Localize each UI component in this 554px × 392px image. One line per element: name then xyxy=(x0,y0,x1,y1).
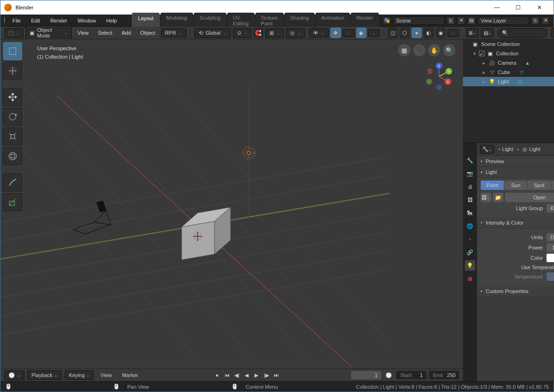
workspace-shading[interactable]: Shading xyxy=(285,13,315,29)
prop-tab-render[interactable]: 📷 xyxy=(465,168,475,179)
color-field[interactable] xyxy=(546,254,554,262)
properties-editor-type[interactable]: 🔧⌄ xyxy=(480,145,494,154)
scene-browse-icon[interactable]: 🎭 xyxy=(383,16,391,25)
menu-render[interactable]: Render xyxy=(46,16,72,25)
app-menu-icon[interactable] xyxy=(4,16,5,25)
play-button[interactable]: ▶ xyxy=(252,370,261,380)
axis-gizmo[interactable]: X Y Z xyxy=(425,63,453,90)
outliner-filter[interactable]: ▽⌄ xyxy=(551,28,554,38)
next-key-button[interactable]: |▶ xyxy=(262,370,271,380)
prop-tab-world[interactable]: 🌐 xyxy=(465,221,475,231)
outliner-collection[interactable]: ▾ ✓ ▣ Collection 👁 xyxy=(463,49,554,58)
outliner-item-light[interactable]: ▸ 💡 Light ◎ 👁 xyxy=(463,77,554,86)
light-type-area[interactable]: Area xyxy=(551,181,554,190)
viewport-menu-select[interactable]: Select xyxy=(94,29,116,37)
shading-solid[interactable]: ● xyxy=(412,28,422,38)
playback-dropdown[interactable]: Playback⌄ xyxy=(27,370,62,380)
start-frame-field[interactable]: Start:1 xyxy=(396,371,426,379)
tool-select-box[interactable] xyxy=(3,42,22,60)
workspace-layout[interactable]: Layout xyxy=(132,13,160,29)
outliner-scene-collection[interactable]: ▣ Scene Collection xyxy=(463,39,554,49)
prop-tab-data[interactable]: 💡 xyxy=(465,260,475,271)
outliner-item-camera[interactable]: ▸ 🎥 Camera ▲ 👁 xyxy=(463,58,554,68)
disclosure-icon[interactable]: ▾ xyxy=(472,51,477,57)
tool-scale[interactable] xyxy=(3,128,22,145)
viewport-menu-view[interactable]: View xyxy=(74,29,92,37)
menu-file[interactable]: File xyxy=(8,16,25,25)
prop-tab-output[interactable]: 🖨 xyxy=(465,181,475,192)
ies-browse-dropdown[interactable]: 🖼⌄ xyxy=(481,193,491,202)
layer-browse-icon[interactable]: ▤ xyxy=(467,16,476,25)
jump-end-button[interactable]: ⏭ xyxy=(271,370,281,380)
tool-transform[interactable] xyxy=(3,147,22,165)
pivot-dropdown[interactable]: ⊙⌄ xyxy=(233,28,252,38)
outliner-item-cube[interactable]: ▸ ▽ Cube ▽ 👁 xyxy=(463,68,554,77)
camera-view-icon[interactable]: ▦ xyxy=(398,44,410,56)
folder-icon[interactable]: 📁 xyxy=(493,193,503,202)
light-type-point[interactable]: Point xyxy=(481,181,504,190)
prev-key-button[interactable]: ◀| xyxy=(232,370,241,380)
prop-tab-viewlayer[interactable]: 🖼 xyxy=(465,195,475,205)
temperature-field[interactable]: 6500 xyxy=(546,272,554,281)
disclosure-icon[interactable]: ▸ xyxy=(482,60,486,66)
panel-preview-header[interactable]: ▸Preview⋮⋮ xyxy=(477,156,554,167)
layer-delete-button[interactable]: ✕ xyxy=(541,16,550,25)
proportional-dropdown[interactable]: ◎⌄ xyxy=(286,28,305,38)
maximize-button[interactable]: ☐ xyxy=(508,0,529,15)
light-type-spot[interactable]: Spot xyxy=(528,181,551,190)
timeline-menu-view[interactable]: View xyxy=(97,371,115,379)
power-field[interactable]: 1000W xyxy=(546,243,554,252)
editor-type-dropdown[interactable]: ⬚⌄ xyxy=(4,28,23,38)
viewport-menu-object[interactable]: Object xyxy=(137,29,159,37)
menu-edit[interactable]: Edit xyxy=(26,16,45,25)
tool-move[interactable] xyxy=(3,88,22,106)
prop-tab-tool[interactable]: 🔧 xyxy=(465,155,475,166)
shading-rendered[interactable]: ◉ xyxy=(436,28,446,38)
tool-rotate[interactable] xyxy=(3,108,22,126)
outliner-display-mode[interactable]: ▤⌄ xyxy=(481,28,494,38)
overlays-options[interactable]: ⌄ xyxy=(368,29,380,37)
checkbox-icon[interactable]: ✓ xyxy=(479,51,485,56)
view-layer-field[interactable]: View Layer xyxy=(477,16,529,25)
workspace-rendering[interactable]: Render xyxy=(351,13,379,29)
menu-help[interactable]: Help xyxy=(101,16,122,25)
orientation-dropdown[interactable]: ⟲ Global⌄ xyxy=(194,28,231,38)
timeline-menu-marker[interactable]: Marker xyxy=(118,371,142,379)
gizmo-toggle[interactable]: ✥ xyxy=(331,28,341,38)
outliner-search[interactable]: 🔍 xyxy=(498,28,547,38)
tool-annotate[interactable] xyxy=(3,173,22,191)
timeline-editor-type[interactable]: 🕐⌄ xyxy=(4,370,24,380)
jump-start-button[interactable]: ⏮ xyxy=(222,370,231,380)
mode-dropdown[interactable]: ▣ Object Mode⌄ xyxy=(25,25,72,40)
disclosure-icon[interactable]: ▸ xyxy=(482,69,486,75)
panel-light-header[interactable]: ▾Light xyxy=(477,167,554,178)
viewport-menu-add[interactable]: Add xyxy=(118,29,135,37)
overlays-toggle[interactable]: ◉ xyxy=(356,28,367,38)
end-frame-field[interactable]: End:250 xyxy=(429,371,459,379)
breadcrumb-object[interactable]: ▫Light xyxy=(498,146,513,152)
current-frame-field[interactable]: 1 xyxy=(351,371,381,379)
scene-delete-button[interactable]: ✕ xyxy=(457,16,465,25)
camera-perspective-icon[interactable]: 🎥 xyxy=(413,44,425,56)
pan-view-icon[interactable]: ✋ xyxy=(428,44,440,56)
workspace-sculpting[interactable]: Sculpting xyxy=(194,13,226,29)
tool-cursor[interactable] xyxy=(3,62,22,80)
shading-wireframe[interactable]: ⬡ xyxy=(400,28,410,38)
light-type-sun[interactable]: Sun xyxy=(504,181,527,190)
autokey-toggle[interactable]: ● xyxy=(212,370,222,380)
gizmo-options[interactable]: ⌄ xyxy=(343,29,354,37)
close-button[interactable]: ✕ xyxy=(529,0,550,15)
keying-dropdown[interactable]: Keying⌄ xyxy=(65,370,94,380)
viewport-menu-rpr[interactable]: RPR⌄ xyxy=(161,28,186,38)
prop-tab-object[interactable]: ▫ xyxy=(465,234,475,244)
snap-toggle[interactable]: 🧲 xyxy=(254,28,264,38)
workspace-texture[interactable]: Texture Paint xyxy=(255,13,284,29)
zoom-view-icon[interactable]: 🔍 xyxy=(443,44,455,56)
minimize-button[interactable]: — xyxy=(486,0,508,15)
play-reverse-button[interactable]: ◀ xyxy=(242,370,251,380)
disclosure-icon[interactable]: ▸ xyxy=(482,79,486,85)
open-button[interactable]: Open xyxy=(505,193,554,202)
workspace-animation[interactable]: Animation xyxy=(315,13,350,29)
visibility-dropdown[interactable]: 👁⌄ xyxy=(309,28,329,38)
panel-custom-props-header[interactable]: ▸Custom Properties⋮⋮ xyxy=(477,286,554,297)
